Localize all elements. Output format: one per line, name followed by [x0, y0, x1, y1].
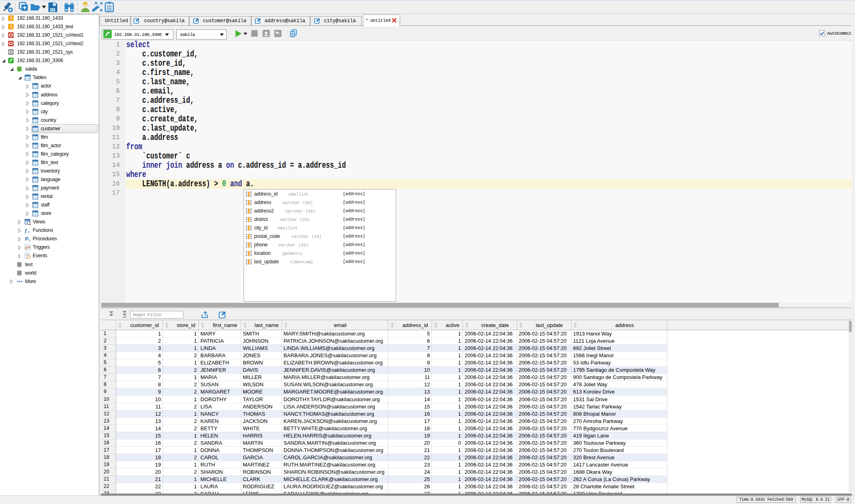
svg-text:x: x	[27, 229, 30, 234]
svg-text:f: f	[25, 227, 27, 233]
svg-text:P: P	[25, 236, 29, 242]
svg-text:x: x	[28, 238, 31, 242]
